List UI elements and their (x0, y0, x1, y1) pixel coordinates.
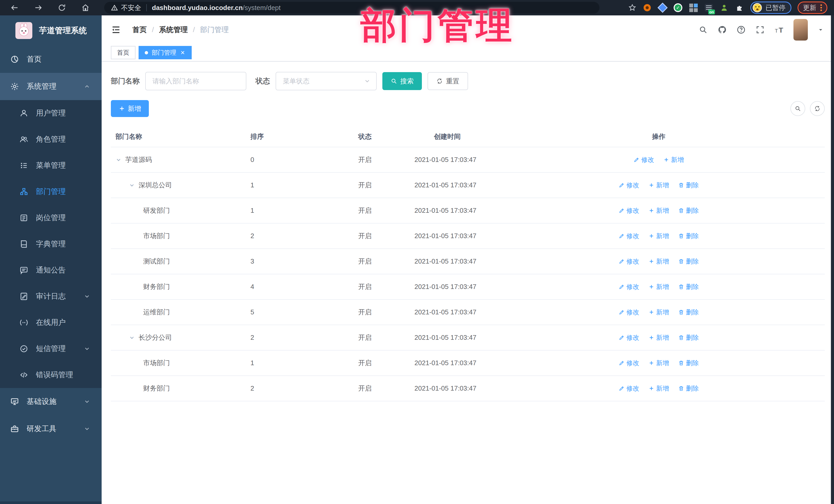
forward-icon[interactable] (34, 3, 43, 12)
action-add-link[interactable]: 新增 (649, 384, 669, 393)
extension-icon-grid[interactable] (689, 3, 698, 12)
action-edit-link[interactable]: 修改 (619, 232, 639, 240)
sidebar-item-post-management[interactable]: 岗位管理 (0, 205, 102, 231)
action-edit-link[interactable]: 修改 (634, 155, 654, 164)
dept-name-input[interactable] (145, 72, 246, 90)
monitor-icon (10, 397, 19, 406)
created-time-cell: 2021-01-05 17:03:47 (412, 385, 587, 392)
action-add-link[interactable]: 新增 (649, 206, 669, 215)
action-delete-link[interactable]: 删除 (678, 308, 699, 316)
edit-icon (619, 233, 624, 239)
expand-arrow-icon[interactable] (129, 182, 135, 188)
sidebar-item-role-management[interactable]: 角色管理 (0, 126, 102, 152)
search-button[interactable]: 搜索 (382, 72, 422, 90)
sidebar-item-home[interactable]: 首页 (0, 46, 102, 73)
delete-icon (678, 386, 684, 391)
sort-cell: 0 (247, 156, 355, 164)
action-edit-link[interactable]: 修改 (619, 206, 639, 215)
tab-首页[interactable]: 首页 (111, 46, 135, 59)
action-delete-link[interactable]: 删除 (678, 181, 699, 190)
expand-arrow-icon[interactable] (115, 157, 122, 163)
action-add-link[interactable]: 新增 (649, 283, 669, 291)
tab-部门管理[interactable]: 部门管理 (138, 46, 192, 59)
action-add-link[interactable]: 新增 (649, 181, 669, 190)
extension-icon-list[interactable]: on (704, 3, 714, 12)
sidebar-item-audit-log[interactable]: 审计日志 (0, 283, 102, 309)
action-edit-link[interactable]: 修改 (619, 308, 639, 316)
action-add-link[interactable]: 新增 (649, 333, 669, 342)
sidebar-item-system-management[interactable]: 系统管理 (0, 73, 102, 100)
action-add-link[interactable]: 新增 (663, 155, 684, 164)
add-button[interactable]: 新增 (111, 100, 149, 117)
extension-icon-gem[interactable] (658, 3, 667, 12)
action-edit-link[interactable]: 修改 (619, 359, 639, 367)
toggle-search-button[interactable] (790, 101, 805, 116)
action-delete-link[interactable]: 删除 (678, 333, 699, 342)
extension-icon-puzzle[interactable] (735, 3, 744, 12)
action-delete-link[interactable]: 删除 (678, 384, 699, 393)
home-icon[interactable] (81, 3, 90, 12)
browser-update-button[interactable]: 更新 (797, 2, 827, 14)
sidebar-toggle-icon[interactable] (111, 25, 121, 35)
table-row: 测试部门3开启2021-01-05 17:03:47修改新增删除 (111, 249, 825, 274)
sidebar-item-user-management[interactable]: 用户管理 (0, 100, 102, 126)
help-icon[interactable] (737, 25, 746, 35)
sidebar-item-infrastructure[interactable]: 基础设施 (0, 388, 102, 415)
chevron-down-icon[interactable] (817, 27, 824, 33)
edit-icon (619, 284, 624, 290)
sidebar-item-dept-management[interactable]: 部门管理 (0, 179, 102, 205)
action-delete-link[interactable]: 删除 (678, 232, 699, 240)
status-select[interactable]: 菜单状态 (276, 72, 377, 90)
extension-icon-person-green[interactable] (720, 3, 729, 12)
action-delete-link[interactable]: 删除 (678, 359, 699, 367)
action-edit-link[interactable]: 修改 (619, 384, 639, 393)
action-add-link[interactable]: 新增 (649, 308, 669, 316)
back-icon[interactable] (10, 3, 19, 12)
user-avatar[interactable] (793, 19, 808, 41)
action-edit-link[interactable]: 修改 (619, 333, 639, 342)
font-size-icon[interactable] (774, 25, 784, 35)
extension-icon-orange[interactable] (642, 3, 652, 12)
address-bar[interactable]: 不安全 dashboard.yudao.iocoder.cn /system/d… (104, 2, 599, 14)
search-icon (794, 105, 801, 112)
sidebar-item-sms-management[interactable]: 短信管理 (0, 336, 102, 362)
action-delete-link[interactable]: 删除 (678, 257, 699, 266)
delete-icon (678, 182, 684, 188)
close-icon[interactable] (180, 50, 185, 56)
security-warning-icon[interactable] (111, 4, 118, 11)
action-delete-link[interactable]: 删除 (678, 206, 699, 215)
refresh-table-button[interactable] (810, 101, 825, 116)
sidebar-item-menu-management[interactable]: 菜单管理 (0, 152, 102, 179)
action-add-link[interactable]: 新增 (649, 257, 669, 266)
edit-icon (619, 207, 624, 214)
action-add-link[interactable]: 新增 (649, 232, 669, 240)
fullscreen-icon[interactable] (755, 25, 765, 35)
sidebar-item-error-code-management[interactable]: 错误码管理 (0, 362, 102, 388)
sidebar-item-dict-management[interactable]: 字典管理 (0, 231, 102, 257)
sidebar-item-notice[interactable]: 通知公告 (0, 257, 102, 283)
edit-icon (634, 157, 639, 163)
table-row: 深圳总公司1开启2021-01-05 17:03:47修改新增删除 (111, 173, 825, 198)
breadcrumb-item[interactable]: 系统管理 (159, 25, 188, 35)
extension-icon-green-check[interactable]: ✓ (673, 3, 683, 12)
sidebar-item-online-users[interactable]: 在线用户 (0, 309, 102, 336)
action-edit-link[interactable]: 修改 (619, 257, 639, 266)
github-icon[interactable] (718, 25, 727, 35)
reset-button[interactable]: 重置 (427, 72, 468, 90)
action-label: 删除 (686, 384, 699, 393)
scrollbar[interactable] (831, 15, 834, 504)
browser-menu-icon[interactable] (820, 4, 822, 11)
action-add-link[interactable]: 新增 (649, 359, 669, 367)
sidebar-item-dev-tools[interactable]: 研发工具 (0, 415, 102, 442)
header-search-icon[interactable] (699, 25, 708, 35)
sms-icon (20, 344, 28, 353)
app-logo-row[interactable]: 芋道管理系统 (0, 15, 102, 46)
action-delete-link[interactable]: 删除 (678, 283, 699, 291)
expand-arrow-icon[interactable] (129, 335, 135, 341)
bookmark-star-icon[interactable] (628, 4, 636, 12)
action-edit-link[interactable]: 修改 (619, 283, 639, 291)
reload-icon[interactable] (58, 3, 66, 12)
profile-paused-chip[interactable]: 已暂停 (750, 2, 791, 14)
breadcrumb-item[interactable]: 首页 (132, 25, 147, 35)
action-edit-link[interactable]: 修改 (619, 181, 639, 190)
